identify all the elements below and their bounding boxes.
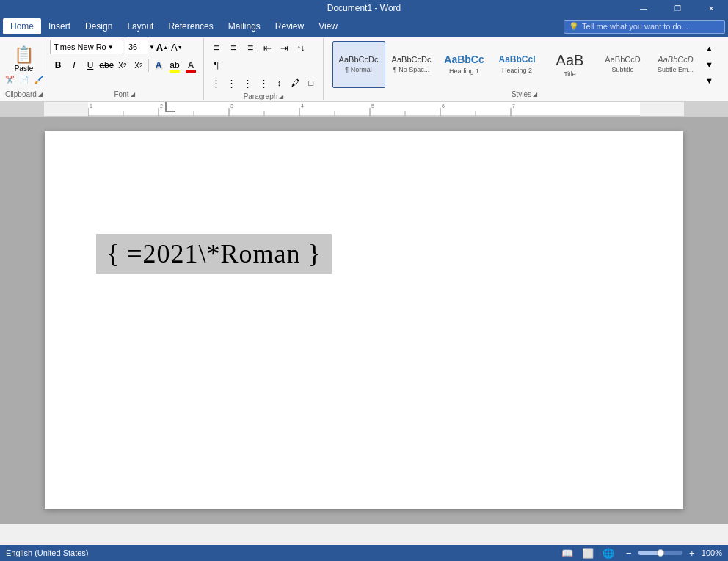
styles-scroll-up[interactable]: ▲ (702, 41, 717, 56)
clipboard-expand-icon[interactable]: ◢ (38, 91, 43, 98)
status-bar: English (United States) 📖 ⬜ 🌐 − + 100% (0, 545, 728, 561)
menu-item-layout[interactable]: Layout (120, 18, 161, 34)
svg-text:6: 6 (442, 103, 445, 109)
style-no-spacing[interactable]: AaBbCcDc ¶ No Spac... (385, 41, 438, 88)
shrink-font-button[interactable]: A▼ (170, 40, 184, 54)
close-button[interactable]: ✕ (694, 0, 728, 16)
style-heading1-label: Heading 1 (449, 67, 479, 75)
zoom-level: 100% (702, 549, 722, 557)
bullets-button[interactable]: ≡ (208, 40, 225, 56)
clipboard-label: Clipboard ◢ (7, 89, 40, 98)
svg-text:2: 2 (160, 103, 163, 109)
font-row2: B I U abc X2 X2 A ab A (50, 57, 199, 73)
print-layout-icon[interactable]: ⬜ (580, 546, 595, 560)
font-size-input[interactable]: 36 (125, 40, 148, 54)
show-hide-button[interactable]: ¶ (208, 56, 225, 73)
subscript-button[interactable]: X2 (114, 57, 131, 73)
style-subtitle-preview: AaBbCcD (605, 55, 640, 65)
font-group: Times New Ro ▼ 36 ▼ A▲ A▼ B I U abc X2 X… (46, 38, 204, 100)
paste-button[interactable]: 📋 Paste (11, 44, 37, 74)
styles-group: AaBbCcDc ¶ Normal AaBbCcDc ¶ No Spac... … (324, 38, 725, 100)
tab-stop-indicator (165, 102, 175, 112)
shading-button[interactable]: 🖍 (288, 75, 303, 91)
svg-text:1: 1 (90, 103, 92, 109)
align-left-button[interactable]: ⋮ (208, 75, 224, 91)
text-effects-button[interactable]: A (150, 57, 167, 73)
decrease-indent-button[interactable]: ⇤ (259, 40, 275, 56)
zoom-out-icon[interactable]: − (622, 546, 636, 560)
align-center-button[interactable]: ⋮ (225, 75, 240, 91)
style-heading1[interactable]: AaBbCc Heading 1 (438, 41, 491, 88)
style-title-preview: AaB (556, 51, 584, 69)
style-no-spacing-preview: AaBbCcDc (392, 55, 432, 65)
zoom-slider[interactable] (638, 551, 682, 555)
highlight-button[interactable]: ab (167, 57, 183, 73)
styles-expand-icon[interactable]: ◢ (533, 91, 537, 98)
font-color-button[interactable]: A (183, 57, 199, 73)
zoom-in-icon[interactable]: + (685, 546, 699, 560)
sort-button[interactable]: ↑↓ (293, 40, 309, 56)
font-expand-icon[interactable]: ◢ (131, 91, 135, 98)
bold-button[interactable]: B (50, 57, 66, 73)
menu-item-design[interactable]: Design (78, 18, 120, 34)
style-normal-preview: AaBbCcDc (339, 55, 379, 65)
svg-text:5: 5 (371, 103, 374, 109)
line-spacing-button[interactable]: ↕ (272, 75, 287, 91)
align-right-button[interactable]: ⋮ (240, 75, 255, 91)
menu-item-review[interactable]: Review (268, 18, 311, 34)
restore-button[interactable]: ❐ (660, 0, 694, 16)
menu-item-view[interactable]: View (311, 18, 345, 34)
style-title-label: Title (564, 70, 576, 78)
language-status: English (United States) (6, 549, 89, 557)
paragraph-expand-icon[interactable]: ◢ (279, 93, 283, 100)
separator (148, 59, 149, 72)
styles-strip: AaBbCcDc ¶ Normal AaBbCcDc ¶ No Spac... … (332, 40, 717, 89)
font-size-dropdown[interactable]: ▼ (149, 44, 155, 51)
font-name-dropdown[interactable]: ▼ (108, 44, 114, 51)
style-subtle-em[interactable]: AaBbCcD Subtle Em... (649, 41, 702, 88)
menu-item-home[interactable]: Home (3, 18, 41, 34)
cut-button[interactable]: ✂️ (3, 75, 16, 84)
multilevel-list-button[interactable]: ≡ (242, 40, 258, 56)
ribbon-content: 📋 Paste ✂️ 📄 🖌️ Clipboard ◢ Times New Ro (0, 37, 728, 101)
border-button[interactable]: □ (303, 75, 318, 91)
style-subtle-em-preview: AaBbCcD (658, 55, 693, 65)
web-layout-icon[interactable]: 🌐 (601, 546, 616, 560)
copy-button[interactable]: 📄 (18, 75, 31, 84)
document-area[interactable]: { =2021\*Roman } (0, 117, 728, 524)
increase-indent-button[interactable]: ⇥ (276, 40, 292, 56)
format-painter-button[interactable]: 🖌️ (32, 75, 46, 84)
grow-font-button[interactable]: A▲ (155, 40, 170, 54)
menu-item-references[interactable]: References (161, 18, 220, 34)
search-placeholder: Tell me what you want to do... (582, 22, 688, 31)
style-normal[interactable]: AaBbCcDc ¶ Normal (332, 41, 385, 88)
styles-expand[interactable]: ▼ (702, 73, 717, 88)
italic-button[interactable]: I (66, 57, 82, 73)
menu-bar: Home Insert Design Layout References Mai… (0, 16, 728, 37)
field-code[interactable]: { =2021\*Roman } (96, 234, 332, 274)
menu-item-mailings[interactable]: Mailings (221, 18, 268, 34)
search-icon: 💡 (569, 22, 579, 32)
read-mode-icon[interactable]: 📖 (560, 546, 575, 560)
ribbon: 📋 Paste ✂️ 📄 🖌️ Clipboard ◢ Times New Ro (0, 37, 728, 102)
minimize-button[interactable]: — (627, 0, 660, 16)
justify-button[interactable]: ⋮ (256, 75, 272, 91)
style-subtitle[interactable]: AaBbCcD Subtitle (597, 41, 649, 88)
font-name-input[interactable]: Times New Ro ▼ (50, 40, 123, 54)
ruler: 1 2 3 4 5 6 7 (0, 102, 728, 117)
styles-scroll-down[interactable]: ▼ (702, 57, 717, 72)
style-heading2[interactable]: AaBbCcI Heading 2 (491, 41, 544, 88)
style-subtitle-label: Subtitle (611, 66, 633, 73)
style-title[interactable]: AaB Title (544, 41, 597, 88)
strikethrough-button[interactable]: abc (98, 57, 114, 73)
menu-item-insert[interactable]: Insert (41, 18, 78, 34)
superscript-button[interactable]: X2 (131, 57, 147, 73)
clipboard-group: 📋 Paste ✂️ 📄 🖌️ Clipboard ◢ (3, 38, 46, 100)
numbering-button[interactable]: ≡ (225, 40, 241, 56)
underline-button[interactable]: U (82, 57, 98, 73)
styles-label: Styles ◢ (328, 89, 721, 98)
style-heading2-label: Heading 2 (502, 67, 532, 74)
svg-text:7: 7 (512, 103, 515, 109)
search-bar[interactable]: 💡 Tell me what you want to do... (564, 20, 725, 34)
window-controls: — ❐ ✕ (627, 0, 728, 16)
